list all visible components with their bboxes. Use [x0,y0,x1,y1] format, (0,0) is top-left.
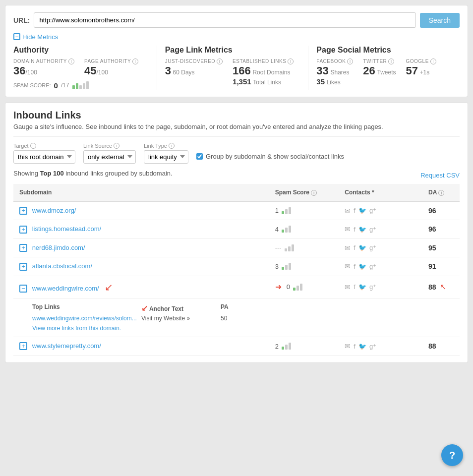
email-icon[interactable]: ✉ [345,225,351,233]
email-icon[interactable]: ✉ [345,262,351,270]
email-icon[interactable]: ✉ [345,283,351,291]
google-plus-contact-icon[interactable]: g⁺ [369,207,376,214]
email-icon[interactable]: ✉ [345,207,351,215]
table-row: + www.stylemepretty.com/ 2 ✉ f 🐦 g⁺ 88 [13,337,460,356]
page-authority-info-icon[interactable]: i [132,59,138,64]
hide-metrics-btn[interactable]: − Hide Metrics [13,33,58,41]
showing-text: Showing Top 100 inbound links grouped by… [13,170,173,177]
group-by-filter: Group by subdomain & show social/contact… [196,143,344,160]
just-discovered-info-icon[interactable]: i [217,59,223,64]
spam-score-cell: 4 [269,220,339,239]
col-subdomain-header: Subdomain [13,184,269,201]
expand-row-icon[interactable]: + [19,207,27,215]
inbound-links-table: Subdomain Spam Score i Contacts * DA i +… [13,184,460,356]
spam-score-value: 0 [54,81,58,90]
da-header-info-icon[interactable]: i [438,190,444,196]
contact-icons: ✉ f 🐦 g⁺ [345,244,416,252]
view-more-link[interactable]: View more links from this domain. [32,325,454,332]
col-contacts-header: Contacts * [339,184,422,201]
subdomain-link[interactable]: nerd68.jimdo.com/ [32,244,85,251]
spam-score-cell: 1 [269,201,339,220]
request-csv-link[interactable]: Request CSV [420,172,460,179]
group-by-checkbox[interactable] [196,153,203,160]
subdomain-link[interactable]: www.dmoz.org/ [32,207,76,214]
group-by-label[interactable]: Group by subdomain & show social/contact… [206,153,344,160]
domain-authority-label: DOMAIN AUTHORITY i [13,59,74,64]
authority-section: Authority DOMAIN AUTHORITY i 36/100 P [13,46,157,90]
subdomain-link[interactable]: www.weddingwire.com/ [32,285,99,292]
contact-icons: ✉ f 🐦 g⁺ [345,283,416,291]
facebook-contact-icon[interactable]: f [354,283,355,291]
link-type-info-icon[interactable]: i [169,143,175,149]
domain-authority-value: 36 [13,64,25,77]
twitter-contact-icon[interactable]: 🐦 [358,343,366,350]
contact-icons: ✉ f 🐦 g⁺ [345,342,416,350]
spam-score-bars [72,81,89,89]
twitter-contact-icon[interactable]: 🐦 [358,283,366,291]
search-button[interactable]: Search [420,13,460,28]
top-link-url[interactable]: www.weddingwire.com/reviews/solom... [32,315,141,322]
spam-score-header-info-icon[interactable]: i [311,190,317,196]
google-plus-contact-icon[interactable]: g⁺ [369,263,376,270]
page-social-metrics-title: Page Social Metrics [316,46,452,55]
expanded-row: Top Links ↙ Anchor Text PA www.weddingwi… [13,298,460,337]
google-plus-contact-icon[interactable]: g⁺ [369,343,376,350]
expand-row-icon[interactable]: + [19,263,27,271]
email-icon[interactable]: ✉ [345,244,351,252]
link-type-filter: Link Type i link equity [144,143,188,164]
expand-row-icon[interactable]: + [19,226,27,234]
established-links-label: ESTABLISHED LINKS i [233,59,294,64]
expand-row-icon[interactable]: + [19,342,27,350]
contacts-cell: ✉ f 🐦 g⁺ [339,238,422,257]
root-domains-value: 166 [233,64,251,77]
link-source-label: Link Source i [83,143,136,149]
twitter-contact-icon[interactable]: 🐦 [358,263,366,270]
spam-score-cell: 2 [269,337,339,356]
minus-icon: − [13,33,20,40]
da-cell: 88 [422,337,460,356]
subdomain-link[interactable]: www.stylemepretty.com/ [32,342,101,350]
target-select[interactable]: this root domain [13,150,75,164]
da-cell: 95 [422,238,460,257]
email-icon[interactable]: ✉ [345,342,351,350]
link-type-select[interactable]: link equity [144,150,188,164]
top-link-anchor: Visit my Website » [141,315,221,322]
anchor-text-header: ↙ Anchor Text [141,303,221,313]
google-plus-contact-icon[interactable]: g⁺ [369,283,376,291]
table-row: + listings.homestead.com/ 4 ✉ f 🐦 g⁺ 96 [13,220,460,239]
domain-authority-info-icon[interactable]: i [68,59,74,64]
twitter-contact-icon[interactable]: 🐦 [358,226,366,233]
link-source-info-icon[interactable]: i [114,143,119,149]
established-links-info-icon[interactable]: i [288,59,294,64]
facebook-contact-icon[interactable]: f [354,244,355,251]
table-row: + www.dmoz.org/ 1 ✉ f 🐦 g⁺ 96 [13,201,460,220]
subdomain-cell: + nerd68.jimdo.com/ [13,238,269,257]
page-authority-value: 45 [84,64,96,77]
twitter-contact-icon[interactable]: 🐦 [358,207,366,214]
google-plus-contact-icon[interactable]: g⁺ [369,244,376,251]
facebook-contact-icon[interactable]: f [354,343,355,350]
facebook-contact-icon[interactable]: f [354,263,355,270]
subdomain-link[interactable]: atlanta.cbslocal.com/ [32,262,92,270]
facebook-contact-icon[interactable]: f [354,207,355,214]
spam-score-label: SPAM SCORE: [13,82,51,88]
facebook-contact-icon[interactable]: f [354,226,355,233]
just-discovered-label: JUST-DISCOVERED i [165,59,223,64]
expand-row-icon[interactable]: + [19,244,27,252]
twitter-contact-icon[interactable]: 🐦 [358,244,366,251]
top-link-pa: 50 [221,315,227,322]
twitter-info-icon[interactable]: i [388,59,394,64]
google-label: GOOGLE i [406,59,436,64]
target-info-icon[interactable]: i [30,143,36,149]
contact-icons: ✉ f 🐦 g⁺ [345,225,416,233]
da-cell: 96 [422,201,460,220]
google-info-icon[interactable]: i [430,59,436,64]
url-input[interactable] [34,12,415,28]
link-source-select[interactable]: only external [83,150,136,164]
subdomain-cell: + www.dmoz.org/ [13,201,269,220]
collapse-row-icon[interactable]: − [19,285,27,293]
facebook-info-icon[interactable]: i [347,59,353,64]
subdomain-link[interactable]: listings.homestead.com/ [32,225,101,233]
twitter-value: 26 [363,64,375,77]
google-plus-contact-icon[interactable]: g⁺ [369,226,376,233]
